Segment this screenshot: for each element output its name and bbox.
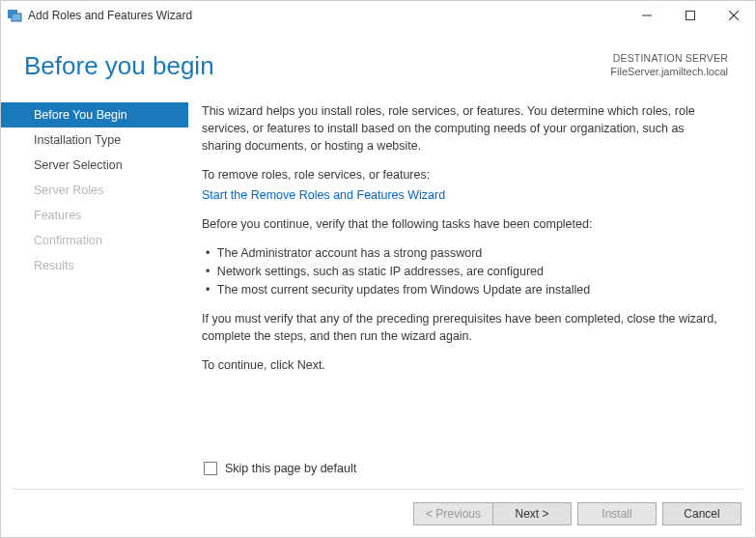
cancel-button[interactable]: Cancel: [662, 502, 742, 525]
nav-button-group: < Previous Next >: [413, 502, 572, 525]
prerequisites-list: The Administrator account has a strong p…: [206, 244, 724, 298]
intro-text: This wizard helps you install roles, rol…: [202, 102, 724, 155]
svg-rect-4: [686, 12, 694, 20]
maximize-button[interactable]: [668, 1, 712, 30]
destination-value: FileServer.jamiltech.local: [610, 65, 728, 79]
destination-server: DESTINATION SERVER FileServer.jamiltech.…: [610, 51, 728, 79]
skip-page-checkbox[interactable]: [204, 462, 217, 475]
nav-server-selection[interactable]: Server Selection: [1, 153, 188, 178]
wizard-sidebar: Before You Begin Installation Type Serve…: [1, 99, 188, 467]
verify-lead-text: Before you continue, verify that the fol…: [202, 215, 724, 233]
remove-roles-link[interactable]: Start the Remove Roles and Features Wiza…: [202, 188, 445, 202]
install-button: Install: [577, 502, 657, 525]
skip-page-label: Skip this page by default: [225, 462, 356, 475]
destination-label: DESTINATION SERVER: [610, 51, 728, 65]
window-title: Add Roles and Features Wizard: [28, 9, 625, 22]
nav-confirmation: Confirmation: [1, 228, 188, 253]
app-icon: [7, 8, 22, 23]
prereq-item: Network settings, such as static IP addr…: [206, 263, 724, 280]
prereq-item: The most current security updates from W…: [206, 281, 724, 298]
wizard-header: Before you begin DESTINATION SERVER File…: [1, 30, 755, 91]
svg-rect-1: [12, 14, 21, 21]
skip-page-row: Skip this page by default: [204, 462, 356, 475]
close-button[interactable]: [712, 1, 755, 30]
remove-lead-text: To remove roles, role services, or featu…: [202, 166, 724, 184]
window-controls: [625, 1, 755, 30]
nav-server-roles: Server Roles: [1, 178, 188, 203]
page-title: Before you begin: [24, 51, 610, 81]
previous-button: < Previous: [413, 502, 492, 525]
next-button[interactable]: Next >: [492, 502, 572, 525]
wizard-footer: < Previous Next > Install Cancel: [1, 490, 755, 537]
nav-installation-type[interactable]: Installation Type: [1, 127, 188, 153]
wizard-content: This wizard helps you install roles, rol…: [188, 99, 755, 467]
nav-features: Features: [1, 203, 188, 228]
nav-before-you-begin[interactable]: Before You Begin: [1, 102, 188, 127]
nav-results: Results: [1, 253, 188, 278]
title-bar: Add Roles and Features Wizard: [1, 1, 755, 30]
continue-note-text: To continue, click Next.: [202, 356, 724, 374]
minimize-button[interactable]: [625, 1, 668, 30]
prereq-item: The Administrator account has a strong p…: [206, 244, 724, 262]
verify-note-text: If you must verify that any of the prece…: [202, 310, 724, 345]
